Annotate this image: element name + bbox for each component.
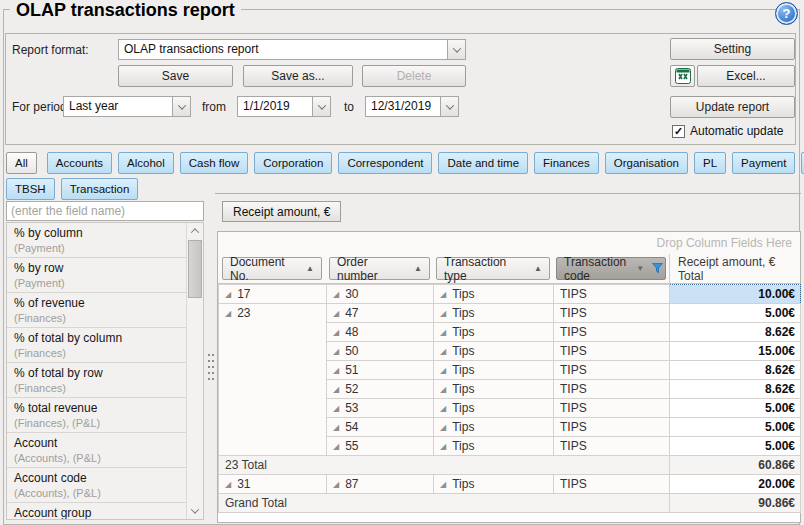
document-cell[interactable]: ◢23 xyxy=(219,304,327,456)
order-cell[interactable]: ◢54 xyxy=(327,418,434,437)
type-cell[interactable]: ◢Tips xyxy=(434,399,554,418)
chevron-down-icon[interactable] xyxy=(447,40,465,59)
amount-cell[interactable]: 8.62€ xyxy=(670,323,801,342)
code-cell[interactable]: TIPS xyxy=(554,380,670,399)
field-list-item[interactable]: % by row (Payment) xyxy=(7,258,187,293)
tab-alcohol[interactable]: Alcohol xyxy=(118,152,174,174)
type-cell[interactable]: ◢Tips xyxy=(434,285,554,304)
tab-corporation[interactable]: Corporation xyxy=(254,152,332,174)
period-combobox[interactable]: Last year xyxy=(63,96,191,117)
code-cell[interactable]: TIPS xyxy=(554,437,670,456)
type-cell[interactable]: ◢Tips xyxy=(434,304,554,323)
order-cell[interactable]: ◢52 xyxy=(327,380,434,399)
column-header-document-no[interactable]: Document No. ▲ xyxy=(222,257,322,280)
field-list-item[interactable]: % total revenue (Finances), (P&L) xyxy=(7,398,187,433)
code-cell[interactable]: TIPS xyxy=(554,342,670,361)
filter-icon[interactable] xyxy=(644,263,663,274)
chevron-down-icon[interactable] xyxy=(172,97,190,116)
expand-icon: ◢ xyxy=(440,480,446,489)
order-cell[interactable]: ◢30 xyxy=(327,285,434,304)
update-report-button[interactable]: Update report xyxy=(670,96,795,118)
code-cell[interactable]: TIPS xyxy=(554,323,670,342)
amount-cell[interactable]: 15.00€ xyxy=(670,342,801,361)
type-cell[interactable]: ◢Tips xyxy=(434,342,554,361)
field-list-item[interactable]: Account code (Accounts), (P&L) xyxy=(7,468,187,503)
chevron-down-icon[interactable] xyxy=(312,97,330,116)
field-list-item[interactable]: % of total by column (Finances) xyxy=(7,328,187,363)
tab-date-and-time[interactable]: Date and time xyxy=(438,152,528,174)
code-cell[interactable]: TIPS xyxy=(554,285,670,304)
automatic-update-checkbox[interactable]: ✓ Automatic update xyxy=(672,124,783,138)
chevron-down-icon[interactable] xyxy=(440,97,458,116)
type-cell[interactable]: ◢Tips xyxy=(434,323,554,342)
order-cell[interactable]: ◢47 xyxy=(327,304,434,323)
order-cell[interactable]: ◢48 xyxy=(327,323,434,342)
amount-cell[interactable]: 8.62€ xyxy=(670,380,801,399)
panel-splitter-handle[interactable] xyxy=(207,352,214,384)
tab-organisation[interactable]: Organisation xyxy=(605,152,688,174)
delete-button[interactable]: Delete xyxy=(362,65,466,87)
save-button[interactable]: Save xyxy=(118,65,233,87)
tab-correspondent[interactable]: Correspondent xyxy=(338,152,432,174)
type-cell[interactable]: ◢Tips xyxy=(434,418,554,437)
column-header-receipt-amount-total[interactable]: Receipt amount, € Total xyxy=(669,254,800,283)
column-header-transaction-type[interactable]: Transaction type ▲ xyxy=(436,257,550,280)
amount-cell[interactable]: 5.00€ xyxy=(670,399,801,418)
amount-cell[interactable]: 5.00€ xyxy=(670,437,801,456)
field-list-item[interactable]: Account group xyxy=(7,503,187,520)
grand-total-amount[interactable]: 90.86€ xyxy=(670,494,801,513)
type-cell[interactable]: ◢Tips xyxy=(434,361,554,380)
code-cell[interactable]: TIPS xyxy=(554,304,670,323)
field-list-item[interactable]: % by column (Payment) xyxy=(7,223,187,258)
save-as-button[interactable]: Save as... xyxy=(243,65,353,87)
amount-cell[interactable]: 5.00€ xyxy=(670,418,801,437)
code-cell[interactable]: TIPS xyxy=(554,399,670,418)
expand-icon: ◢ xyxy=(225,309,231,318)
group-total-amount[interactable]: 60.86€ xyxy=(670,456,801,475)
scrollbar-thumb[interactable] xyxy=(188,240,202,298)
setting-button[interactable]: Setting xyxy=(670,38,795,60)
type-cell[interactable]: ◢Tips xyxy=(434,475,554,494)
amount-cell[interactable]: 8.62€ xyxy=(670,361,801,380)
help-icon[interactable]: ? xyxy=(775,2,798,25)
tab-finances[interactable]: Finances xyxy=(534,152,599,174)
code-cell[interactable]: TIPS xyxy=(554,418,670,437)
data-field-chip[interactable]: Receipt amount, € xyxy=(222,201,341,222)
order-cell[interactable]: ◢55 xyxy=(327,437,434,456)
excel-button[interactable]: Excel... xyxy=(697,65,795,87)
column-header-order-number[interactable]: Order number ▲ xyxy=(329,257,430,280)
order-cell[interactable]: ◢53 xyxy=(327,399,434,418)
order-cell[interactable]: ◢87 xyxy=(327,475,434,494)
type-cell[interactable]: ◢Tips xyxy=(434,380,554,399)
field-list-item[interactable]: Account (Accounts), (P&L) xyxy=(7,433,187,468)
field-list-item[interactable]: % of total by row (Finances) xyxy=(7,363,187,398)
field-list-scrollbar[interactable] xyxy=(186,223,203,519)
scroll-up-icon[interactable] xyxy=(187,223,202,239)
code-cell[interactable]: TIPS xyxy=(554,361,670,380)
tab-cash-flow[interactable]: Cash flow xyxy=(180,152,249,174)
from-date-field[interactable]: 1/1/2019 xyxy=(237,96,331,117)
field-search-input[interactable] xyxy=(6,201,204,221)
amount-cell-selected[interactable]: 10.00€ xyxy=(670,285,801,304)
type-cell[interactable]: ◢Tips xyxy=(434,437,554,456)
field-list-item[interactable]: % of revenue (Finances) xyxy=(7,293,187,328)
scroll-down-icon[interactable] xyxy=(187,503,202,519)
to-date-field[interactable]: 12/31/2019 xyxy=(365,96,459,117)
document-cell[interactable]: ◢17 xyxy=(219,285,327,304)
amount-cell[interactable]: 5.00€ xyxy=(670,304,801,323)
tab-tbsh[interactable]: TBSH xyxy=(6,178,55,200)
amount-cell[interactable]: 20.00€ xyxy=(670,475,801,494)
tab-transaction[interactable]: Transaction xyxy=(61,178,139,200)
grand-total-label[interactable]: Grand Total xyxy=(219,494,670,513)
code-cell[interactable]: TIPS xyxy=(554,475,670,494)
document-cell[interactable]: ◢31 xyxy=(219,475,327,494)
report-format-combobox[interactable]: OLAP transactions report xyxy=(118,39,466,60)
tab-accounts[interactable]: Accounts xyxy=(47,152,112,174)
column-header-transaction-code[interactable]: Transaction code ▼ xyxy=(556,257,666,280)
order-cell[interactable]: ◢51 xyxy=(327,361,434,380)
group-total-label[interactable]: 23 Total xyxy=(219,456,670,475)
order-cell[interactable]: ◢50 xyxy=(327,342,434,361)
tab-pl[interactable]: PL xyxy=(694,152,726,174)
tab-payment[interactable]: Payment xyxy=(732,152,795,174)
tab-all[interactable]: All xyxy=(6,152,37,174)
